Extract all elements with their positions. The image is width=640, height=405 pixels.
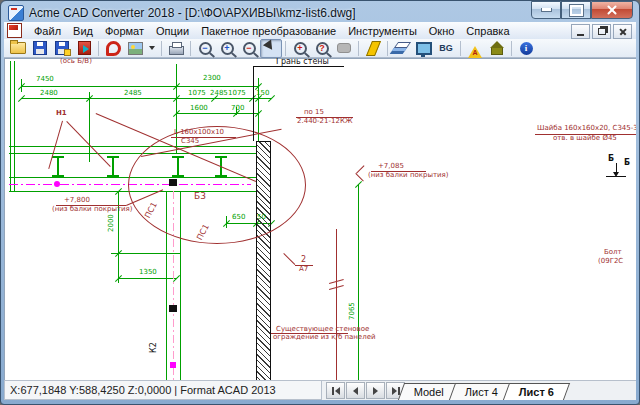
image-export-button[interactable] (124, 39, 146, 58)
menu-format[interactable]: Формат (99, 24, 150, 38)
wall-face-leader (253, 66, 254, 141)
dim-label: 1075 (228, 90, 246, 98)
toolbar-separator (98, 41, 99, 56)
menu-help[interactable]: Справка (460, 24, 515, 38)
pan-cursor-icon (263, 39, 279, 56)
floppy-icon (33, 41, 47, 55)
dim-label: 7450 (36, 76, 54, 84)
print-button[interactable] (165, 39, 187, 58)
close-button[interactable] (591, 1, 633, 19)
dim-line (21, 98, 271, 99)
mdi-minimize-button[interactable] (571, 24, 590, 39)
detail-note: по 15 (304, 109, 324, 117)
layers-button[interactable] (391, 39, 413, 58)
drawing-canvas[interactable]: 7450 2300 2480 2485 1075 2485 1075 150 1… (4, 58, 636, 380)
prev-sheet-button[interactable] (346, 382, 365, 399)
mark-label: Н1 (56, 110, 67, 118)
edge-column-line (10, 61, 11, 191)
detail-callout-ellipse (128, 126, 306, 244)
background-button[interactable] (413, 39, 435, 58)
maximize-button[interactable] (561, 1, 591, 19)
dim-label: 2000 (108, 214, 116, 232)
zoom-previous-button[interactable]: ? (311, 39, 333, 58)
toolbar: − + − + ? BG A i (4, 39, 636, 58)
about-button[interactable]: i (515, 39, 537, 58)
mark-label: К2 (150, 342, 159, 353)
zoom-in-icon: + (221, 42, 234, 55)
zoom-region-icon: − (243, 42, 256, 55)
document-icon[interactable] (7, 23, 22, 38)
app-window: Acme CAD Converter 2018 - [D:\ФО\АРХИВЫ\… (0, 0, 640, 405)
detail-sheet: А7 (299, 266, 308, 274)
tab-label: Model (414, 386, 444, 398)
pdf-icon (106, 41, 121, 56)
menu-batch-convert[interactable]: Пакетное преобразование (195, 24, 342, 38)
dim-label: 50 (257, 214, 266, 222)
level-marker (355, 173, 363, 181)
first-sheet-button[interactable] (326, 382, 345, 399)
menu-tools[interactable]: Инструменты (342, 24, 423, 38)
status-bar: X:677,1848 Y:588,4250 Z:0,0000 | Format … (4, 380, 322, 400)
minimize-button[interactable] (531, 1, 561, 19)
tab-label: Лист 4 (465, 386, 498, 398)
bolt-note: Болт (604, 249, 622, 257)
open-button[interactable] (7, 39, 29, 58)
home-icon (491, 47, 503, 55)
section-label: Б (608, 155, 614, 164)
dim-label: 7065 (349, 302, 357, 320)
zoom-in-button[interactable]: + (216, 39, 238, 58)
level-note: (низ балки покрытия) (52, 206, 133, 214)
zoom-out-button[interactable]: − (194, 39, 216, 58)
dim-label: 2485 (124, 90, 142, 98)
title-bar[interactable]: Acme CAD Converter 2018 - [D:\ФО\АРХИВЫ\… (4, 3, 636, 22)
minimize-icon (541, 8, 552, 12)
menu-file[interactable]: Файл (28, 24, 67, 38)
arrow-right-icon (392, 387, 397, 395)
app-icon (8, 5, 24, 21)
next-sheet-button[interactable] (366, 382, 385, 399)
close-file-button[interactable] (73, 39, 95, 58)
monitor-icon (416, 42, 432, 55)
steel-section-symbol (52, 156, 64, 177)
wall-edge-line (336, 229, 337, 380)
home-view-button[interactable] (486, 39, 508, 58)
highlight-button[interactable] (362, 39, 384, 58)
zoom-region-button[interactable]: − (238, 39, 260, 58)
pdf-export-button[interactable] (102, 39, 124, 58)
bottom-bar: X:677,1848 Y:588,4250 Z:0,0000 | Format … (4, 380, 636, 400)
dim-line (176, 113, 258, 114)
leader-line (283, 253, 295, 265)
level-marker (356, 165, 364, 173)
bg-color-button[interactable]: BG (435, 39, 457, 58)
menu-window[interactable]: Окно (423, 24, 461, 38)
bolt-note: (09Г2С (598, 258, 623, 266)
pan-button[interactable] (260, 39, 282, 58)
level-value: +7,800 (64, 197, 90, 205)
printer-icon (169, 46, 184, 55)
zoom-extents-button[interactable]: + (289, 39, 311, 58)
extension-line (89, 92, 90, 162)
close-icon (607, 5, 617, 15)
font-settings-button[interactable]: A (464, 39, 486, 58)
image-export-dropdown[interactable] (146, 39, 158, 58)
save-as-button[interactable] (51, 39, 73, 58)
detail-ref-note: 2.440-21-12КЖ (297, 118, 352, 126)
mdi-close-button[interactable] (613, 24, 632, 39)
menu-options[interactable]: Опции (150, 24, 195, 38)
detail-number: 2 (301, 256, 306, 265)
save-button[interactable] (29, 39, 51, 58)
close-file-icon (78, 41, 91, 55)
tab-list6[interactable]: Лист 6 (503, 383, 570, 400)
mdi-restore-button[interactable] (592, 24, 611, 39)
steel-angle-note: L 160х100х10 (174, 129, 224, 137)
connection-node (169, 305, 177, 312)
toolbar-separator (190, 41, 191, 56)
dim-label: 1600 (190, 105, 208, 113)
floppy-plus-icon (55, 41, 69, 55)
menu-view[interactable]: Вид (67, 24, 99, 38)
wall-note: ограждение из к/б панелей (273, 334, 376, 342)
arrow-left-icon (353, 387, 358, 395)
dim-label: 2480 (40, 90, 58, 98)
mark-label: Б3 (194, 192, 206, 202)
open-folder-icon (10, 42, 26, 54)
